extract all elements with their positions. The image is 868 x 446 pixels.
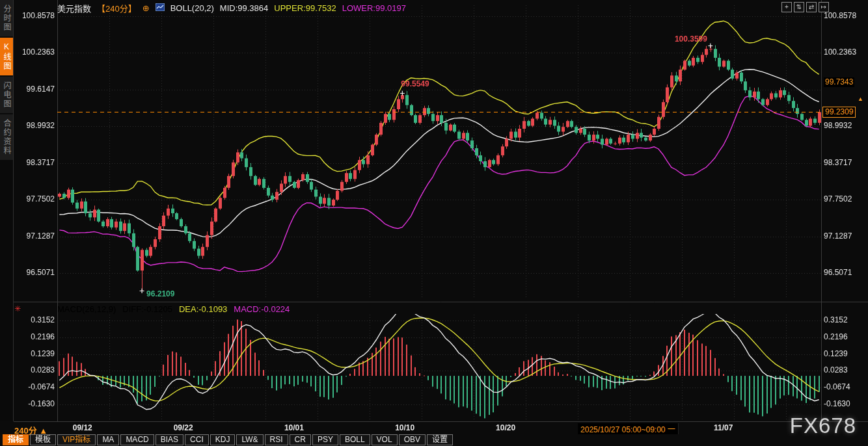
macd-axis-label-right: 0.2196 bbox=[824, 332, 848, 342]
chart-canvas[interactable] bbox=[0, 0, 868, 446]
price-annotation: 100.3599 bbox=[675, 34, 707, 44]
x-axis-tick: 09/22 bbox=[174, 423, 193, 432]
price-annotation: 96.2109 bbox=[146, 289, 174, 298]
sidebar-item-kline-chart[interactable]: K线图 bbox=[0, 38, 13, 75]
price-marker-cross-icon: + bbox=[400, 88, 405, 98]
toolbar-item-psy[interactable]: PSY bbox=[312, 434, 338, 445]
toolbar-item-cr[interactable]: CR bbox=[290, 434, 311, 445]
y-axis-label-left: 99.6147 bbox=[16, 85, 55, 94]
macd-axis-label-right: 0.1239 bbox=[824, 349, 848, 359]
macd-dea-value: DEA:-0.1093 bbox=[179, 304, 227, 314]
toolbar-item-vol[interactable]: VOL bbox=[372, 434, 398, 445]
indicator-toolbar: 指标模板VIP指标MAMACDBIASCCIKDJLW&RSICRPSYBOLL… bbox=[3, 434, 453, 445]
macd-axis-label-left: -0.1630 bbox=[16, 399, 55, 409]
macd-axis-label-right: -0.0674 bbox=[824, 382, 850, 392]
x-axis-tick: 09/12 bbox=[73, 423, 92, 432]
y-axis-label-left: 97.1287 bbox=[16, 231, 55, 241]
macd-axis-label-left: 0.0283 bbox=[16, 365, 55, 375]
add-indicator-icon[interactable]: ⊕ bbox=[142, 3, 150, 13]
y-axis-label-right: 99.7343 bbox=[824, 77, 854, 87]
boll-label: BOLL(20,2) bbox=[170, 3, 214, 13]
sidebar-item-time-share-chart[interactable]: 分时图 bbox=[0, 0, 13, 36]
macd-diff-value: DIFF:-0.1205 bbox=[122, 304, 172, 314]
toolbar-item-rsi[interactable]: RSI bbox=[265, 434, 288, 445]
toolbar-item-boll[interactable]: BOLL bbox=[340, 434, 370, 445]
y-axis-label-right: 98.9932 bbox=[824, 121, 852, 131]
boll-mid-value: MID:99.3864 bbox=[220, 3, 268, 13]
symbol-name: 美元指数 bbox=[57, 2, 91, 14]
toolbar-item-template[interactable]: 模板 bbox=[30, 434, 56, 445]
macd-axis-label-right: 0.0283 bbox=[824, 365, 848, 375]
y-axis-label-right: 100.2363 bbox=[824, 47, 856, 57]
move-icon[interactable]: + bbox=[781, 2, 792, 12]
y-axis-label-left: 97.7502 bbox=[16, 194, 55, 204]
y-axis-label-left: 98.3717 bbox=[16, 158, 55, 168]
x-axis-tick: 10/01 bbox=[284, 423, 304, 432]
y-axis-label-left: 100.2363 bbox=[16, 47, 55, 57]
price-annotation: 99.5549 bbox=[401, 79, 429, 88]
toolbar-item-ma[interactable]: MA bbox=[97, 434, 119, 445]
period-tag: 【240分】 bbox=[97, 2, 137, 14]
toolbar-item-macd[interactable]: MACD bbox=[120, 434, 154, 445]
macd-label: MACD(26,12,9) bbox=[57, 304, 116, 314]
price-up-arrow-icon: ▲ bbox=[858, 96, 863, 102]
macd-settings-icon[interactable]: ✳ bbox=[14, 304, 21, 313]
macd-axis-label-right: 0.3152 bbox=[824, 315, 848, 325]
macd-macd-value: MACD:-0.0224 bbox=[234, 304, 290, 314]
price-marker-cross-icon: + bbox=[139, 285, 144, 296]
toolbar-item-kdj[interactable]: KDJ bbox=[210, 434, 236, 445]
sidebar: 分时图K线图闪电图合约资料 bbox=[0, 0, 14, 421]
price-marker-cross-icon: + bbox=[708, 40, 713, 51]
y-axis-label-right: 97.7502 bbox=[824, 194, 852, 204]
sidebar-item-flash-chart[interactable]: 闪电图 bbox=[0, 77, 13, 113]
chart-header: 美元指数 【240分】 ⊕ BOLL(20,2) MID:99.3864 UPP… bbox=[57, 2, 406, 14]
x-axis-tick: 10/20 bbox=[496, 423, 515, 432]
current-price-label: 99.2309 bbox=[822, 107, 856, 118]
macd-axis-label-left: 0.2196 bbox=[16, 332, 55, 342]
fit-y-axis-icon[interactable]: ⇅ bbox=[794, 2, 804, 12]
x-axis-tick: 10/10 bbox=[395, 423, 414, 432]
x-axis-selected-bar-label: 2025/10/27 05:00~09:00 一 bbox=[578, 423, 678, 434]
y-axis-label-left: 98.9932 bbox=[16, 121, 55, 131]
chart-tool-buttons: +⇅⇄↦ bbox=[781, 2, 829, 12]
toolbar-item-cci[interactable]: CCI bbox=[185, 434, 209, 445]
y-axis-label-right: 98.3717 bbox=[824, 158, 852, 168]
sidebar-item-contract-info[interactable]: 合约资料 bbox=[0, 114, 13, 160]
toolbar-item-vip-indicator[interactable]: VIP指标 bbox=[57, 434, 96, 445]
macd-axis-label-left: 0.3152 bbox=[16, 315, 55, 325]
macd-axis-label-left: 0.1239 bbox=[16, 349, 55, 359]
toolbar-item-indicator[interactable]: 指标 bbox=[3, 434, 29, 445]
y-axis-label-left: 100.8578 bbox=[16, 11, 55, 21]
boll-upper-value: UPPER:99.7532 bbox=[274, 3, 336, 13]
watermark: FX678 bbox=[790, 413, 856, 438]
toolbar-item-lwr[interactable]: LW& bbox=[236, 434, 263, 445]
toolbar-item-bias[interactable]: BIAS bbox=[156, 434, 183, 445]
y-axis-label-right: 96.5071 bbox=[824, 268, 852, 278]
macd-axis-label-right: -0.1630 bbox=[824, 399, 850, 409]
macd-header: MACD(26,12,9) DIFF:-0.1205 DEA:-0.1093 M… bbox=[57, 304, 290, 314]
go-latest-icon[interactable]: ↦ bbox=[819, 2, 829, 12]
fit-x-axis-icon[interactable]: ⇄ bbox=[806, 2, 817, 12]
x-axis-tick: 11/07 bbox=[714, 423, 733, 432]
toolbar-item-obv[interactable]: OBV bbox=[399, 434, 426, 445]
chart-thumbnail-icon[interactable] bbox=[156, 3, 165, 13]
y-axis-label-right: 97.1287 bbox=[824, 231, 852, 241]
boll-lower-value: LOWER:99.0197 bbox=[342, 3, 406, 13]
toolbar-item-settings[interactable]: 设置 bbox=[427, 434, 453, 445]
macd-axis-label-left: -0.0674 bbox=[16, 382, 55, 392]
y-axis-label-left: 96.5071 bbox=[16, 268, 55, 278]
